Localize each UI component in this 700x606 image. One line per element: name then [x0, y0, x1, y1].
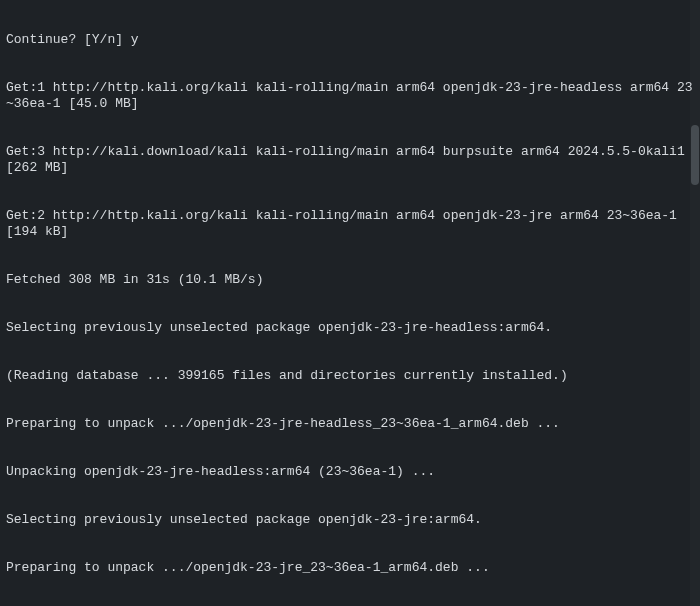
terminal-output[interactable]: Continue? [Y/n] y Get:1 http://http.kali…: [0, 0, 700, 606]
terminal-line: Continue? [Y/n] y: [6, 32, 694, 48]
terminal-line: Unpacking openjdk-23-jre-headless:arm64 …: [6, 464, 694, 480]
terminal-line: (Reading database ... 399165 files and d…: [6, 368, 694, 384]
terminal-line: Fetched 308 MB in 31s (10.1 MB/s): [6, 272, 694, 288]
terminal-line: Get:3 http://kali.download/kali kali-rol…: [6, 144, 694, 176]
terminal-line: Preparing to unpack .../openjdk-23-jre_2…: [6, 560, 694, 576]
scrollbar[interactable]: [690, 0, 700, 606]
terminal-line: Selecting previously unselected package …: [6, 320, 694, 336]
terminal-line: Preparing to unpack .../openjdk-23-jre-h…: [6, 416, 694, 432]
terminal-line: Get:1 http://http.kali.org/kali kali-rol…: [6, 80, 694, 112]
terminal-line: Selecting previously unselected package …: [6, 512, 694, 528]
terminal-line: Get:2 http://http.kali.org/kali kali-rol…: [6, 208, 694, 240]
scrollbar-thumb[interactable]: [691, 125, 699, 185]
